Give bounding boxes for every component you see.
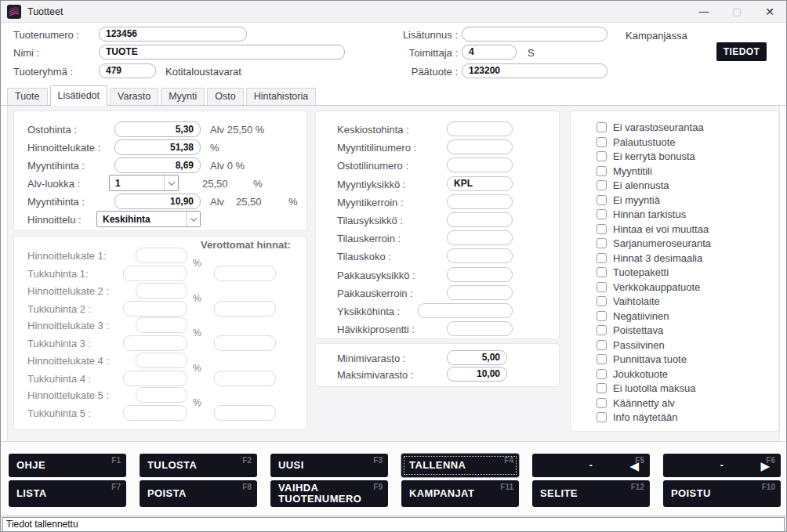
maximize-icon[interactable]: ▢ — [720, 1, 753, 22]
minimize-icon[interactable]: — — [687, 1, 720, 22]
flag-negatiivinen: Negatiivinen — [571, 310, 778, 324]
checkbox-unchecked-icon[interactable] — [597, 151, 607, 161]
action-button-kampanjat[interactable]: KAMPANJAT F11 — [401, 480, 519, 507]
hinnoittelu-select[interactable]: Keskihinta — [96, 211, 201, 227]
checkbox-unchecked-icon[interactable] — [597, 253, 607, 263]
myyntihinta-netto-input[interactable]: 8,69 — [114, 157, 201, 173]
tuoteryhma-input[interactable]: 479 — [99, 63, 156, 78]
checkbox-unchecked-icon[interactable] — [597, 137, 607, 147]
flag-label: Info näytetään — [613, 411, 677, 423]
checkbox-unchecked-icon[interactable] — [597, 340, 607, 350]
hinnoittelukate-tier-input[interactable] — [136, 248, 187, 263]
tukkuhinta-input[interactable] — [123, 371, 187, 386]
checkbox-unchecked-icon[interactable] — [597, 166, 607, 176]
checkbox-unchecked-icon[interactable] — [597, 224, 607, 234]
tukkuhinta-input[interactable] — [123, 266, 187, 281]
action-button-poistu[interactable]: POISTU F10 — [663, 480, 781, 507]
detail-input[interactable] — [447, 321, 513, 336]
fkey-label: F7 — [111, 483, 121, 491]
detail-input[interactable] — [447, 139, 513, 154]
checkbox-unchecked-icon[interactable] — [597, 383, 607, 393]
veroton-hinta-input[interactable] — [214, 301, 276, 317]
hinnoittelukate-tier-input[interactable] — [136, 283, 187, 299]
hinnoittelukate-tier-input[interactable] — [136, 353, 187, 368]
hinnoittelukate-tier-input[interactable] — [136, 317, 187, 333]
detail-input[interactable] — [447, 285, 513, 300]
action-button-lista[interactable]: LISTA F7 — [9, 480, 126, 507]
nimi-input[interactable]: TUOTE — [99, 45, 345, 60]
lisatunnus-input[interactable] — [462, 27, 607, 42]
detail-input[interactable] — [447, 194, 513, 209]
checkbox-unchecked-icon[interactable] — [597, 209, 607, 219]
tukkuhinta-input[interactable] — [123, 335, 187, 351]
checkbox-unchecked-icon[interactable] — [597, 412, 607, 422]
tukkuhinta-input[interactable] — [123, 301, 187, 317]
close-icon[interactable]: ✕ — [753, 1, 786, 22]
maksimivarasto-input[interactable]: 10,00 — [447, 367, 507, 382]
action-button-vaihda-tuotenumero[interactable]: VAIHDA TUOTENUMERO F9 — [270, 480, 388, 507]
flag-myyntitili: Myyntitili — [571, 165, 778, 179]
tukkuhinta-input[interactable] — [123, 405, 187, 421]
hinnoittelukate-tier-input[interactable] — [136, 387, 187, 403]
detail-input[interactable] — [447, 248, 513, 263]
tab-lisätiedot[interactable]: Lisätiedot — [50, 85, 108, 106]
myyntihinta-netto-label: Myyntihinta : — [27, 160, 85, 172]
detail-input[interactable] — [447, 267, 513, 282]
detail-input[interactable] — [418, 303, 513, 318]
tab-tuote[interactable]: Tuote — [7, 88, 48, 105]
checkbox-unchecked-icon[interactable] — [597, 282, 607, 292]
action-button-[interactable]: - F5 ◀ — [532, 454, 650, 477]
checkbox-unchecked-icon[interactable] — [597, 195, 607, 205]
checkbox-unchecked-icon[interactable] — [597, 122, 607, 132]
veroton-hinta-input[interactable] — [214, 371, 276, 386]
veroton-hinta-input[interactable] — [214, 405, 276, 421]
tab-myynti[interactable]: Myynti — [161, 88, 205, 105]
tab-varasto[interactable]: Varasto — [110, 88, 158, 105]
minimivarasto-input[interactable]: 5,00 — [447, 350, 507, 365]
checkbox-unchecked-icon[interactable] — [597, 354, 607, 364]
detail-row-myyntikerroin: Myyntikerroin : — [316, 194, 559, 211]
hinnoittelukate-input[interactable]: 51,38 — [114, 139, 201, 155]
tiedot-button[interactable]: TIEDOT — [716, 42, 767, 61]
detail-input[interactable]: KPL — [447, 176, 513, 191]
checkbox-unchecked-icon[interactable] — [597, 296, 607, 306]
detail-input[interactable] — [447, 212, 513, 227]
hinnoittelu-label: Hinnoittelu : — [27, 214, 82, 226]
tuotenumero-input[interactable]: 123456 — [99, 27, 247, 42]
checkbox-unchecked-icon[interactable] — [597, 180, 607, 190]
tab-hintahistoria[interactable]: Hintahistoria — [246, 88, 316, 105]
action-button-poista[interactable]: POISTA F8 — [140, 480, 257, 507]
action-button-tulosta[interactable]: TULOSTA F2 — [140, 454, 257, 477]
detail-input[interactable] — [447, 157, 513, 172]
alv-luokka-select[interactable]: 1 — [109, 175, 179, 191]
toimittaja-input[interactable]: 4 — [462, 45, 517, 60]
action-button-ohje[interactable]: OHJE F1 — [9, 454, 126, 477]
tab-osto[interactable]: Osto — [207, 88, 243, 105]
checkbox-unchecked-icon[interactable] — [597, 311, 607, 321]
titlebar: Tuotteet — ▢ ✕ — [1, 1, 786, 23]
flag-label: Verkkokauppatuote — [613, 281, 700, 293]
action-button-[interactable]: - F6 ▶ — [663, 454, 781, 477]
button-label: POISTA — [147, 488, 205, 499]
checkbox-unchecked-icon[interactable] — [597, 325, 607, 335]
detail-row-tilauskerroin: Tilauskerroin : — [316, 230, 559, 247]
tukkuhinta-label: Tukkuhinta 4 : — [27, 373, 91, 385]
hinnoittelu-value: Keskihinta — [97, 214, 186, 225]
hinnoittelukate-tier-label: Hinnoittelukate 1: — [27, 250, 106, 262]
ostohinta-input[interactable]: 5,30 — [114, 121, 201, 137]
detail-input[interactable] — [447, 230, 513, 245]
myyntihinta-input[interactable]: 10,90 — [114, 194, 201, 209]
checkbox-unchecked-icon[interactable] — [597, 238, 607, 248]
detail-row-ostotilinumero: Ostotilinumero : — [316, 157, 559, 174]
detail-input[interactable] — [447, 121, 513, 136]
checkbox-unchecked-icon[interactable] — [597, 267, 607, 277]
checkbox-unchecked-icon[interactable] — [597, 369, 607, 379]
checkbox-unchecked-icon[interactable] — [597, 398, 607, 408]
action-button-uusi[interactable]: UUSI F3 — [270, 454, 388, 477]
action-button-tallenna[interactable]: TALLENNA F4 — [401, 454, 519, 477]
hinnoittelukate-tier-label: Hinnoittelukate 4 : — [27, 355, 109, 367]
veroton-hinta-input[interactable] — [214, 335, 276, 351]
paatuote-input[interactable]: 123200 — [462, 63, 607, 78]
action-button-selite[interactable]: SELITE F12 — [532, 480, 650, 507]
veroton-hinta-input[interactable] — [214, 266, 276, 281]
